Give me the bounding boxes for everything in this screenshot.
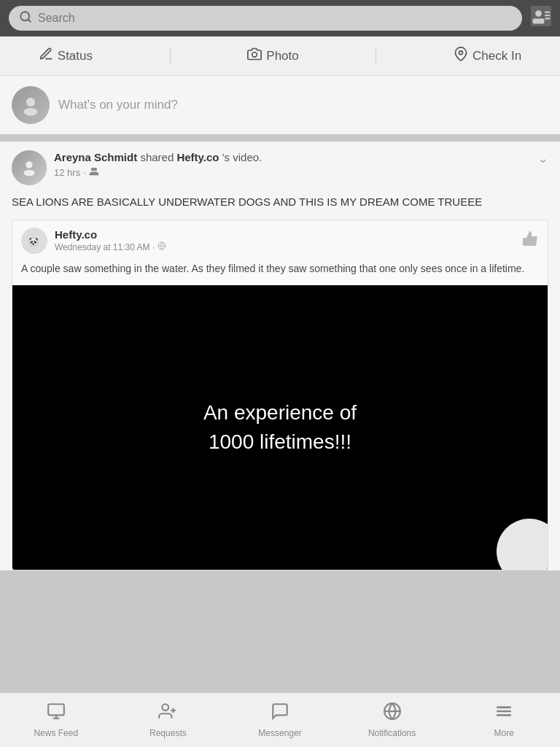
requests-icon <box>158 702 177 725</box>
search-placeholder: Search <box>38 12 75 25</box>
status-box[interactable]: What's on your mind? <box>0 76 560 134</box>
post-audience-icon <box>89 166 99 179</box>
post-meta: Areyna Schmidt shared Hefty.co 's video.… <box>54 150 262 179</box>
svg-point-10 <box>26 98 35 107</box>
search-input-wrapper[interactable]: Search <box>9 6 522 31</box>
more-icon <box>494 702 513 725</box>
video-overlay-circle <box>497 519 548 570</box>
post-shared-text: shared <box>140 151 176 163</box>
action-bar: Status Photo Check In <box>0 36 560 76</box>
svg-point-3 <box>535 10 542 17</box>
article-time: Wednesday at 11:30 AM · <box>55 241 166 252</box>
user-avatar <box>12 86 50 124</box>
svg-rect-19 <box>48 704 64 715</box>
post-chevron-icon[interactable]: ⌄ <box>537 150 548 166</box>
article-source-avatar: 🐼 <box>21 228 47 254</box>
svg-point-8 <box>252 53 257 58</box>
messenger-icon <box>271 702 289 725</box>
messenger-label: Messenger <box>258 728 301 738</box>
nav-item-notifications[interactable]: Notifications <box>336 696 448 744</box>
post-time: 12 hrs · <box>54 166 262 179</box>
post-author-line: Areyna Schmidt shared Hefty.co 's video. <box>54 150 262 165</box>
photo-icon <box>247 47 262 65</box>
article-like-icon[interactable] <box>521 230 539 252</box>
news-feed-icon <box>47 702 66 725</box>
post-author-avatar <box>12 150 47 185</box>
svg-point-22 <box>163 704 169 711</box>
svg-text:🐼: 🐼 <box>28 236 39 246</box>
divider-2 <box>376 47 376 65</box>
svg-point-12 <box>26 161 32 168</box>
post-header: Areyna Schmidt shared Hefty.co 's video.… <box>0 142 560 191</box>
divider-1 <box>170 47 171 65</box>
article-text: A couple saw something in the water. As … <box>12 258 548 285</box>
post-shared-source: Hefty.co <box>176 151 219 163</box>
post-shared-suffix: 's video. <box>222 151 262 163</box>
shared-article-left: 🐼 Hefty.co Wednesday at 11:30 AM · <box>21 228 166 254</box>
article-source-name: Hefty.co <box>55 228 166 241</box>
status-input-placeholder[interactable]: What's on your mind? <box>58 98 178 112</box>
notifications-icon <box>383 702 402 725</box>
requests-label: Requests <box>149 728 187 738</box>
nav-item-newsfeed[interactable]: News Feed <box>0 696 112 744</box>
profile-menu-icon[interactable] <box>531 6 551 31</box>
post-card: Areyna Schmidt shared Hefty.co 's video.… <box>0 142 560 570</box>
news-feed-label: News Feed <box>34 728 78 738</box>
nav-item-requests[interactable]: Requests <box>112 696 225 744</box>
checkin-action[interactable]: Check In <box>454 47 521 65</box>
nav-item-messenger[interactable]: Messenger <box>224 696 336 744</box>
status-icon <box>39 47 53 65</box>
status-action[interactable]: Status <box>39 47 93 65</box>
status-label: Status <box>58 49 93 63</box>
checkin-icon <box>454 47 468 65</box>
post-text: SEA LIONS ARE BASICALLY UNDERWATER DOGS … <box>0 191 560 220</box>
search-icon <box>19 10 32 26</box>
more-label: More <box>494 728 514 738</box>
svg-line-1 <box>28 19 30 21</box>
bottom-nav: News Feed Requests Messenger <box>0 692 560 747</box>
video-container[interactable]: An experience of 1000 lifetimes!!! <box>12 285 548 570</box>
post-header-left: Areyna Schmidt shared Hefty.co 's video.… <box>12 150 262 185</box>
article-source-meta: Hefty.co Wednesday at 11:30 AM · <box>55 228 166 252</box>
article-globe-icon <box>158 242 166 252</box>
shared-article-header: 🐼 Hefty.co Wednesday at 11:30 AM · <box>12 220 548 258</box>
nav-item-more[interactable]: More <box>448 696 560 744</box>
svg-point-13 <box>23 170 34 176</box>
svg-point-11 <box>24 108 38 116</box>
video-text: An experience of 1000 lifetimes!!! <box>203 398 357 455</box>
checkin-label: Check In <box>472 49 521 63</box>
svg-rect-4 <box>533 19 545 24</box>
photo-action[interactable]: Photo <box>247 47 298 65</box>
photo-label: Photo <box>266 49 298 63</box>
svg-point-15 <box>93 167 97 171</box>
svg-point-9 <box>459 51 463 55</box>
search-bar: Search <box>0 0 560 36</box>
shared-article: 🐼 Hefty.co Wednesday at 11:30 AM · <box>12 220 548 570</box>
notifications-label: Notifications <box>368 728 416 738</box>
post-author-name: Areyna Schmidt <box>54 151 137 163</box>
